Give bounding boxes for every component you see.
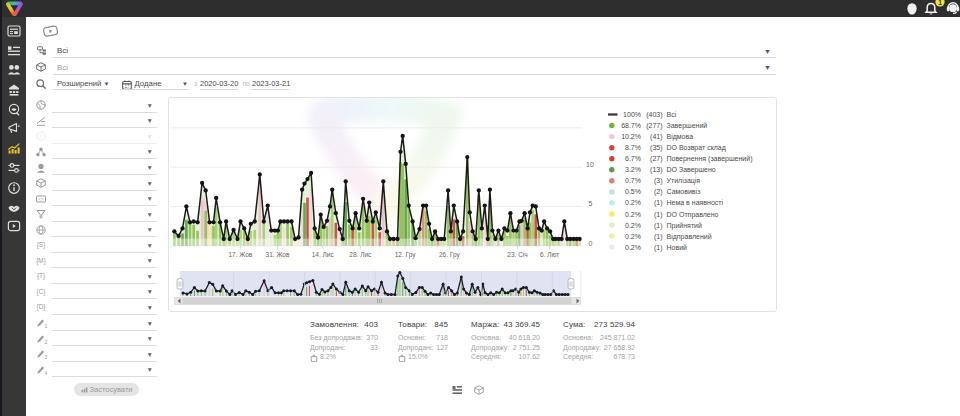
svg-text:Утилізація: Утилізація (667, 177, 701, 185)
svg-text:(1): (1) (654, 199, 663, 207)
svg-text:(1): (1) (654, 233, 663, 241)
svg-text:0: 0 (589, 240, 593, 247)
svg-text:?: ? (39, 134, 43, 140)
svg-text:(35): (35) (650, 144, 662, 152)
svg-text:{C}: {C} (36, 288, 46, 296)
svg-text:17. Жов: 17. Жов (228, 251, 252, 258)
svg-text:23. Січ: 23. Січ (507, 251, 527, 258)
svg-text:0.2%: 0.2% (625, 244, 641, 251)
svg-text:0.7%: 0.7% (625, 177, 641, 184)
svg-text:Самовивіз: Самовивіз (667, 188, 701, 195)
svg-text:28. Лис: 28. Лис (349, 251, 372, 258)
svg-text:DO Отправлено: DO Отправлено (667, 211, 719, 219)
svg-text:Нема в наявності: Нема в наявності (667, 199, 724, 206)
svg-text:6. Лют: 6. Лют (540, 251, 559, 258)
svg-text:0.2%: 0.2% (625, 233, 641, 240)
svg-text:8.7%: 8.7% (625, 144, 641, 151)
svg-text:Відмова: Відмова (667, 133, 694, 141)
svg-text:(41): (41) (650, 133, 662, 141)
svg-text:0.2%: 0.2% (625, 222, 641, 229)
svg-text:5: 5 (589, 200, 593, 207)
svg-text:10.2%: 10.2% (621, 133, 641, 140)
svg-text:4: 4 (44, 369, 47, 374)
svg-text:(3): (3) (654, 177, 663, 185)
svg-text:12. Гру: 12. Гру (395, 251, 417, 259)
svg-text:(403): (403) (646, 111, 662, 119)
svg-text:3: 3 (44, 354, 47, 359)
svg-text:68.7%: 68.7% (621, 122, 641, 129)
svg-text:(27): (27) (650, 155, 662, 163)
svg-text:{S}: {S} (36, 242, 45, 250)
svg-text:(13): (13) (650, 166, 662, 174)
svg-text:(277): (277) (646, 122, 662, 130)
svg-text:6.7%: 6.7% (625, 155, 641, 162)
svg-text:31. Жов: 31. Жов (266, 251, 290, 258)
svg-text:Прийнятий: Прийнятий (667, 222, 703, 230)
svg-text:100%: 100% (623, 111, 641, 118)
svg-text:(1): (1) (654, 244, 663, 252)
svg-text:{M}: {M} (36, 257, 46, 265)
svg-text:Повернення (завершений): Повернення (завершений) (667, 155, 753, 163)
svg-text:DO Возврат склад: DO Возврат склад (667, 144, 726, 152)
svg-text:3.2%: 3.2% (625, 166, 641, 173)
svg-text:(2): (2) (654, 188, 663, 196)
svg-text:Відправлений: Відправлений (667, 233, 712, 241)
svg-text:Новий: Новий (667, 244, 688, 251)
svg-text:0.2%: 0.2% (625, 199, 641, 206)
svg-text:Всі: Всі (667, 111, 677, 118)
svg-text:{D}: {D} (36, 304, 46, 312)
svg-text:10: 10 (586, 161, 594, 168)
svg-text:(1): (1) (654, 222, 663, 230)
svg-text:(1): (1) (654, 211, 663, 219)
svg-text:Завершений: Завершений (667, 122, 708, 130)
svg-text:<>: <> (38, 196, 44, 201)
svg-text:2: 2 (44, 338, 47, 343)
svg-text:14. Лис: 14. Лис (312, 251, 335, 258)
svg-text:{T}: {T} (36, 273, 45, 281)
svg-text:1: 1 (44, 323, 47, 328)
svg-text:0.5%: 0.5% (625, 188, 641, 195)
svg-text:26. Гру: 26. Гру (439, 251, 461, 259)
svg-text:0.2%: 0.2% (625, 211, 641, 218)
svg-text:DO Завершено: DO Завершено (667, 166, 716, 174)
